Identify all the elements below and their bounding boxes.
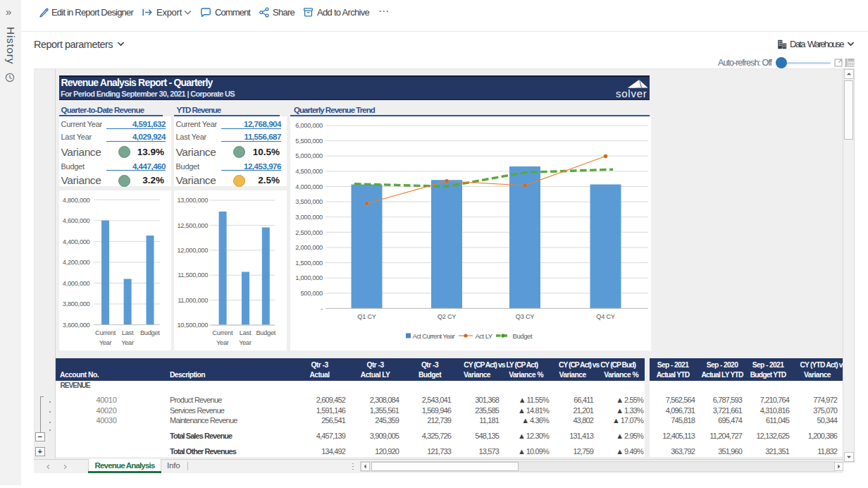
svg-text:Current: Current [95,329,116,336]
svg-text:2,500,000: 2,500,000 [295,228,323,236]
svg-text:Budget: Budget [256,329,275,336]
svg-text:-: - [321,305,323,312]
svg-text:Year: Year [99,339,112,346]
svg-text:5,500,000: 5,500,000 [295,137,323,144]
svg-text:3,800,000: 3,800,000 [63,300,90,307]
svg-text:12,500,000: 12,500,000 [177,222,208,229]
svg-text:1,000,000: 1,000,000 [295,274,323,281]
svg-text:4,200,000: 4,200,000 [63,259,90,266]
svg-text:1,500,000: 1,500,000 [295,259,323,266]
svg-text:11,000,000: 11,000,000 [178,297,208,304]
svg-text:500,000: 500,000 [300,290,323,297]
svg-text:Q4 CY: Q4 CY [596,313,614,320]
svg-text:4,000,000: 4,000,000 [63,280,90,287]
svg-text:Year: Year [239,339,252,346]
svg-text:4,400,000: 4,400,000 [63,238,90,245]
svg-text:Budget: Budget [513,331,533,339]
svg-text:4,600,000: 4,600,000 [63,217,90,224]
svg-text:Act LY: Act LY [476,331,493,339]
svg-text:10,500,000: 10,500,000 [177,322,208,329]
svg-text:Year: Year [216,339,229,346]
svg-text:Budget: Budget [140,329,160,336]
svg-text:13,000,000: 13,000,000 [177,197,208,204]
svg-text:Year: Year [121,339,134,346]
svg-text:12,000,000: 12,000,000 [177,247,208,254]
svg-text:Current: Current [212,329,233,336]
svg-text:Act Current Year: Act Current Year [413,331,456,339]
svg-text:Q2 CY: Q2 CY [438,313,456,320]
svg-text:Q3 CY: Q3 CY [516,313,534,320]
svg-text:6,000,000: 6,000,000 [295,122,323,129]
svg-text:5,000,000: 5,000,000 [295,152,323,159]
svg-text:Last: Last [122,329,134,336]
svg-text:11,500,000: 11,500,000 [178,272,208,279]
svg-text:4,800,000: 4,800,000 [63,197,90,204]
svg-text:Last: Last [240,329,252,336]
svg-text:Q1 CY: Q1 CY [357,313,376,320]
svg-text:3,600,000: 3,600,000 [63,322,90,329]
svg-text:4,000,000: 4,000,000 [295,183,323,190]
svg-text:2,000,000: 2,000,000 [295,244,323,251]
svg-text:3,500,000: 3,500,000 [295,198,323,205]
svg-text:4,500,000: 4,500,000 [295,168,323,175]
svg-text:3,000,000: 3,000,000 [295,213,323,220]
